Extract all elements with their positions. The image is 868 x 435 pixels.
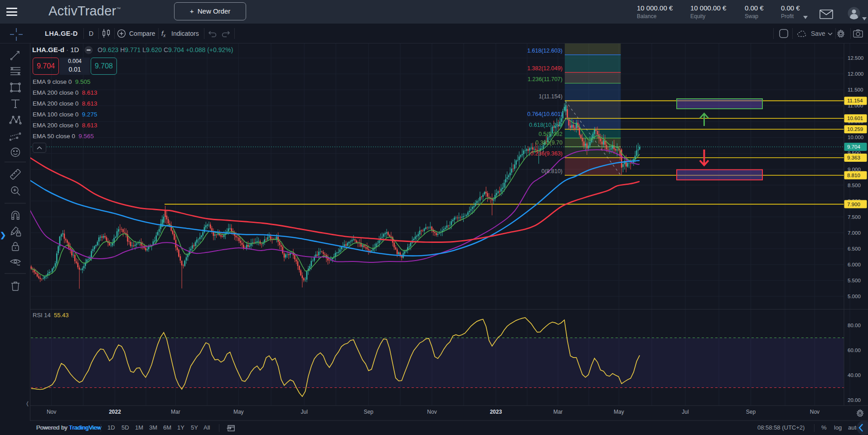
svg-text:0.618(10.259: 0.618(10.259: [529, 122, 563, 128]
svg-text:Nov: Nov: [810, 409, 820, 415]
svg-text:Mar: Mar: [171, 409, 180, 415]
svg-text:6.000: 6.000: [848, 262, 861, 267]
svg-text:6.500: 6.500: [848, 246, 861, 251]
svg-text:0.764(10.601): 0.764(10.601): [527, 111, 563, 117]
svg-text:1.236(11.707): 1.236(11.707): [528, 76, 563, 82]
svg-text:2023: 2023: [490, 409, 502, 415]
svg-text:7.000: 7.000: [848, 230, 861, 236]
svg-text:Nov: Nov: [427, 409, 436, 415]
svg-text:11.500: 11.500: [848, 87, 863, 92]
svg-text:Nov: Nov: [47, 409, 56, 415]
svg-text:Sep: Sep: [746, 409, 756, 415]
svg-text:10.000: 10.000: [848, 135, 863, 140]
svg-text:May: May: [614, 409, 624, 415]
svg-text:9.000: 9.000: [848, 167, 861, 172]
svg-text:12.000: 12.000: [848, 71, 863, 77]
svg-text:11.154: 11.154: [847, 98, 863, 103]
svg-text:10.601: 10.601: [847, 116, 863, 121]
svg-text:Jul: Jul: [682, 409, 689, 415]
svg-text:Mar: Mar: [553, 409, 563, 415]
svg-text:8.810: 8.810: [847, 173, 860, 178]
svg-text:1(11.154): 1(11.154): [538, 93, 563, 100]
svg-text:5.500: 5.500: [848, 278, 861, 283]
svg-text:5.000: 5.000: [848, 294, 861, 299]
svg-text:9.363: 9.363: [847, 155, 860, 160]
svg-text:10.259: 10.259: [847, 126, 863, 132]
svg-text:0.382(9.70: 0.382(9.70: [535, 140, 563, 146]
svg-text:12.500: 12.500: [848, 55, 863, 61]
svg-text:1.382(12.049): 1.382(12.049): [527, 65, 563, 72]
svg-text:8.500: 8.500: [848, 183, 861, 188]
svg-text:0(8.810): 0(8.810): [541, 168, 563, 174]
svg-text:Sep: Sep: [364, 409, 373, 415]
svg-text:7.900: 7.900: [847, 202, 860, 207]
svg-text:60.00: 60.00: [848, 348, 861, 353]
svg-text:40.00: 40.00: [848, 372, 861, 378]
svg-text:80.00: 80.00: [848, 323, 861, 328]
svg-text:0.236(9.363): 0.236(9.363): [530, 150, 563, 157]
svg-text:7.500: 7.500: [848, 214, 861, 220]
svg-text:0.5(9.982: 0.5(9.982: [538, 131, 563, 137]
svg-text:9.704: 9.704: [847, 144, 860, 150]
svg-text:20.00: 20.00: [848, 397, 861, 403]
svg-text:May: May: [233, 409, 244, 415]
svg-text:1.618(12.603): 1.618(12.603): [527, 48, 563, 54]
svg-text:Jul: Jul: [301, 409, 308, 415]
svg-text:2022: 2022: [109, 409, 121, 415]
